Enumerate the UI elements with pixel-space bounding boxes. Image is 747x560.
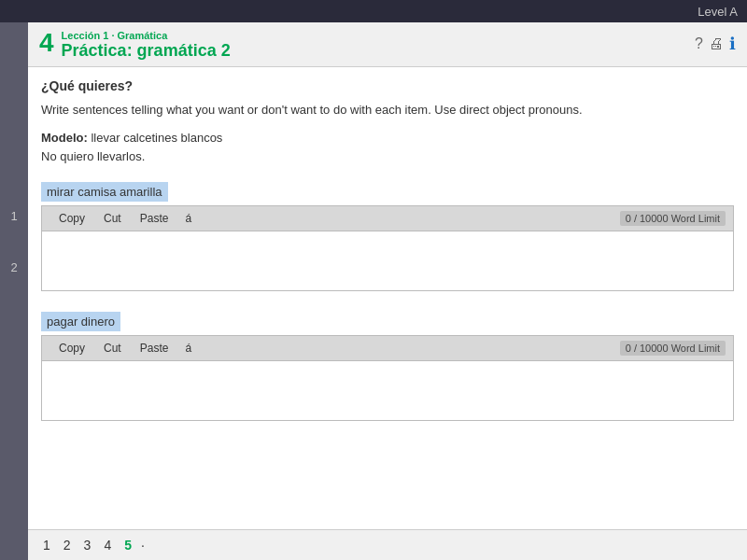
panel-content[interactable]: ¿Qué quieres? Write sentences telling wh… — [28, 67, 747, 529]
page-3[interactable]: 3 — [80, 536, 95, 554]
text-toolbar-2: Copy Cut Paste á 0 / 10000 Word Limit — [41, 335, 734, 360]
exercise-item-2: pagar dinero Copy Cut Paste á 0 / 10000 … — [41, 312, 734, 425]
text-toolbar-1: Copy Cut Paste á 0 / 10000 Word Limit — [41, 205, 734, 231]
top-bar: Level A — [0, 0, 747, 22]
sidebar-num-2: 2 — [10, 260, 17, 274]
info-icon[interactable]: ℹ — [729, 34, 736, 54]
main-container: 1 2 4 Lección 1 · Gramática Práctica: gr… — [0, 22, 747, 560]
cut-button-2[interactable]: Cut — [94, 340, 131, 357]
header-icons: ? 🖨 ℹ — [695, 34, 736, 54]
modelo-section: Modelo: llevar calcetines blancos No qui… — [41, 129, 734, 168]
page-5[interactable]: 5 — [120, 536, 135, 554]
modelo-line1: Modelo: llevar calcetines blancos — [41, 129, 734, 148]
lesson-subtitle: Lección 1 · Gramática — [62, 30, 231, 41]
instructions: Write sentences telling what you want or… — [41, 101, 734, 119]
modelo-label: Modelo: — [41, 131, 88, 145]
modelo-text: llevar calcetines blancos — [91, 131, 222, 145]
cut-button-1[interactable]: Cut — [94, 210, 131, 227]
paste-button-2[interactable]: Paste — [131, 340, 178, 357]
exercise-item-1: mirar camisa amarilla Copy Cut Paste á 0… — [41, 182, 734, 295]
text-input-2[interactable] — [41, 360, 734, 421]
text-input-1[interactable] — [41, 231, 734, 291]
copy-button-2[interactable]: Copy — [49, 340, 94, 357]
word-limit-1: 0 / 10000 Word Limit — [620, 211, 726, 226]
help-icon[interactable]: ? — [695, 35, 703, 52]
modelo-answer: No quiero llevarlos. — [41, 147, 734, 167]
sidebar-num-1: 1 — [10, 209, 17, 223]
page-4[interactable]: 4 — [100, 536, 115, 554]
panel-footer: 1 2 3 4 5 · — [28, 529, 747, 560]
section-title: ¿Qué quieres? — [41, 78, 734, 93]
exercise-prompt-1: mirar camisa amarilla — [41, 182, 168, 202]
word-limit-2: 0 / 10000 Word Limit — [620, 341, 726, 356]
left-sidebar: 1 2 — [0, 22, 28, 560]
page-dot: · — [141, 538, 145, 553]
header-left: 4 Lección 1 · Gramática Práctica: gramát… — [39, 30, 231, 61]
page-2[interactable]: 2 — [60, 536, 75, 554]
accent-button-1[interactable]: á — [177, 210, 199, 227]
page-1[interactable]: 1 — [39, 536, 54, 554]
level-label: Level A — [698, 5, 738, 19]
content-panel: 4 Lección 1 · Gramática Práctica: gramát… — [28, 22, 747, 560]
lesson-number: 4 — [39, 30, 54, 56]
print-icon[interactable]: 🖨 — [709, 35, 724, 52]
paste-button-1[interactable]: Paste — [131, 210, 178, 227]
lesson-title: Práctica: gramática 2 — [62, 41, 231, 61]
lesson-text: Lección 1 · Gramática Práctica: gramátic… — [62, 30, 231, 61]
accent-button-2[interactable]: á — [177, 340, 199, 357]
panel-header: 4 Lección 1 · Gramática Práctica: gramát… — [28, 22, 747, 67]
exercise-prompt-2: pagar dinero — [41, 312, 120, 331]
copy-button-1[interactable]: Copy — [49, 210, 94, 227]
